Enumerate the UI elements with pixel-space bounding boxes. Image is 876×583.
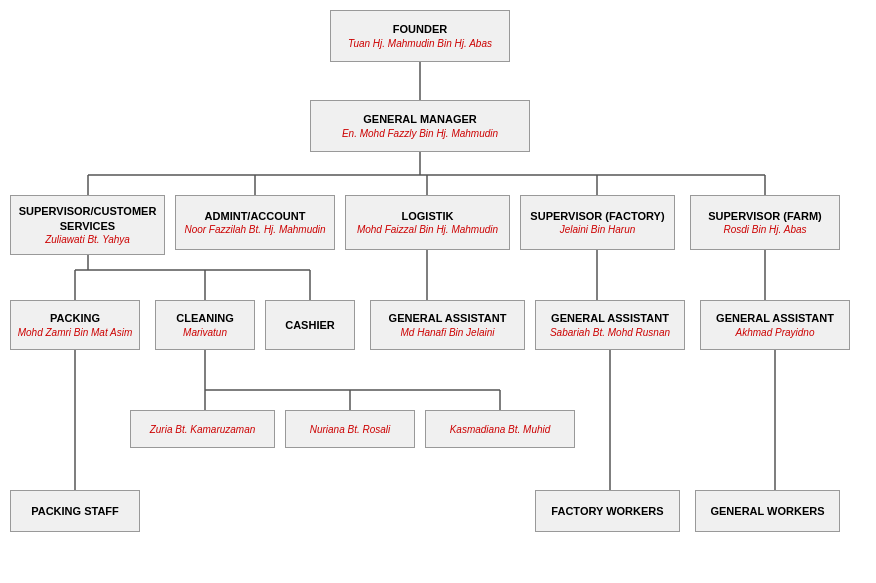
- supervisor-cs-title: SUPERVISOR/CUSTOMER SERVICES: [19, 204, 157, 233]
- supervisor-factory-name: Jelaini Bin Harun: [560, 223, 636, 236]
- ga-logistik-title: GENERAL ASSISTANT: [389, 311, 507, 325]
- cleaning-title: CLEANING: [176, 311, 233, 325]
- packing-staff-node: PACKING STAFF: [10, 490, 140, 532]
- founder-title: FOUNDER: [393, 22, 447, 36]
- ga-farm-node: GENERAL ASSISTANT Akhmad Prayidno: [700, 300, 850, 350]
- admint-node: ADMINT/ACCOUNT Noor Fazzilah Bt. Hj. Mah…: [175, 195, 335, 250]
- supervisor-factory-node: SUPERVISOR (FACTORY) Jelaini Bin Harun: [520, 195, 675, 250]
- general-workers-node: GENERAL WORKERS: [695, 490, 840, 532]
- sub1-node: Zuria Bt. Kamaruzaman: [130, 410, 275, 448]
- supervisor-farm-node: SUPERVISOR (FARM) Rosdi Bin Hj. Abas: [690, 195, 840, 250]
- cleaning-name: Marivatun: [183, 326, 227, 339]
- supervisor-farm-title: SUPERVISOR (FARM): [708, 209, 821, 223]
- ga-factory-name: Sabariah Bt. Mohd Rusnan: [550, 326, 670, 339]
- general-workers-title: GENERAL WORKERS: [710, 504, 824, 518]
- gm-name: En. Mohd Fazzly Bin Hj. Mahmudin: [342, 127, 498, 140]
- sub3-name: Kasmadiana Bt. Muhid: [450, 423, 551, 436]
- ga-farm-name: Akhmad Prayidno: [736, 326, 815, 339]
- logistik-name: Mohd Faizzal Bin Hj. Mahmudin: [357, 223, 498, 236]
- founder-name: Tuan Hj. Mahmudin Bin Hj. Abas: [348, 37, 492, 50]
- supervisor-cs-node: SUPERVISOR/CUSTOMER SERVICES Zuliawati B…: [10, 195, 165, 255]
- ga-factory-node: GENERAL ASSISTANT Sabariah Bt. Mohd Rusn…: [535, 300, 685, 350]
- packing-node: PACKING Mohd Zamri Bin Mat Asim: [10, 300, 140, 350]
- gm-title: GENERAL MANAGER: [363, 112, 476, 126]
- cashier-title: CASHIER: [285, 318, 335, 332]
- supervisor-factory-title: SUPERVISOR (FACTORY): [530, 209, 664, 223]
- packing-name: Mohd Zamri Bin Mat Asim: [18, 326, 133, 339]
- sub2-node: Nuriana Bt. Rosali: [285, 410, 415, 448]
- ga-logistik-name: Md Hanafi Bin Jelaini: [401, 326, 495, 339]
- ga-factory-title: GENERAL ASSISTANT: [551, 311, 669, 325]
- gm-node: GENERAL MANAGER En. Mohd Fazzly Bin Hj. …: [310, 100, 530, 152]
- sub1-name: Zuria Bt. Kamaruzaman: [150, 423, 256, 436]
- packing-title: PACKING: [50, 311, 100, 325]
- factory-workers-title: FACTORY WORKERS: [551, 504, 663, 518]
- sub3-node: Kasmadiana Bt. Muhid: [425, 410, 575, 448]
- supervisor-cs-name: Zuliawati Bt. Yahya: [45, 233, 130, 246]
- packing-staff-title: PACKING STAFF: [31, 504, 119, 518]
- founder-node: FOUNDER Tuan Hj. Mahmudin Bin Hj. Abas: [330, 10, 510, 62]
- cleaning-node: CLEANING Marivatun: [155, 300, 255, 350]
- sub2-name: Nuriana Bt. Rosali: [310, 423, 391, 436]
- factory-workers-node: FACTORY WORKERS: [535, 490, 680, 532]
- admint-title: ADMINT/ACCOUNT: [205, 209, 306, 223]
- logistik-title: LOGISTIK: [402, 209, 454, 223]
- supervisor-farm-name: Rosdi Bin Hj. Abas: [724, 223, 807, 236]
- org-chart-container: FOUNDER Tuan Hj. Mahmudin Bin Hj. Abas G…: [0, 0, 876, 583]
- logistik-node: LOGISTIK Mohd Faizzal Bin Hj. Mahmudin: [345, 195, 510, 250]
- ga-farm-title: GENERAL ASSISTANT: [716, 311, 834, 325]
- ga-logistik-node: GENERAL ASSISTANT Md Hanafi Bin Jelaini: [370, 300, 525, 350]
- cashier-node: CASHIER: [265, 300, 355, 350]
- admint-name: Noor Fazzilah Bt. Hj. Mahmudin: [184, 223, 325, 236]
